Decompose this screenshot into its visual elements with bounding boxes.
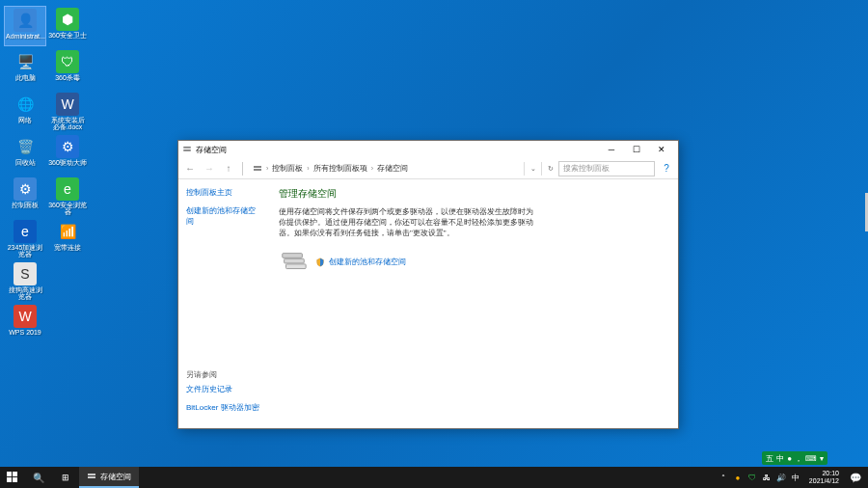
taskbar: 🔍 ⊞ 存储空间 ˄ ● 🛡 🖧 🔊 中 20:10 2021/4/12 💬: [0, 467, 868, 488]
desktop-icon-thispc[interactable]: 🖥️此电脑: [4, 48, 46, 89]
related-heading: 另请参阅: [186, 369, 259, 380]
storage-drives-icon: [279, 249, 308, 276]
tray-network-icon[interactable]: 🖧: [761, 472, 773, 483]
maximize-button[interactable]: ☐: [624, 142, 649, 157]
svg-rect-4: [283, 253, 303, 258]
search-input[interactable]: 搜索控制面板: [558, 161, 655, 176]
svg-rect-10: [13, 477, 17, 482]
desktop-icon-broadband[interactable]: 📶宽带连接: [46, 218, 89, 258]
address-dropdown[interactable]: ⌄: [524, 162, 537, 176]
shield-icon: [315, 258, 325, 267]
svg-rect-5: [285, 258, 305, 263]
tray-up-icon[interactable]: ˄: [718, 472, 729, 483]
desktop-icon-control[interactable]: ⚙控制面板: [4, 176, 46, 216]
app-icon: [182, 145, 192, 154]
ime-icon[interactable]: ●: [787, 454, 792, 463]
windows-icon: [7, 472, 18, 483]
start-button[interactable]: [0, 467, 25, 488]
svg-rect-11: [88, 474, 95, 475]
svg-rect-12: [88, 476, 95, 478]
storage-spaces-window: 存储空间 ─ ☐ ✕ ← → ↑ › 控制面板 › 所有控制面板项 › 存储空间…: [177, 140, 679, 429]
desktop-icon-admin[interactable]: 👤Administrat...: [4, 6, 46, 46]
svg-rect-0: [183, 147, 191, 149]
svg-rect-1: [183, 149, 191, 151]
back-button[interactable]: ←: [182, 161, 198, 176]
title-bar: 存储空间 ─ ☐ ✕: [178, 141, 678, 158]
desktop-icon-360browser[interactable]: e360安全浏览器: [46, 176, 89, 216]
sidebar-home[interactable]: 控制面板主页: [186, 187, 259, 198]
related-bitlocker[interactable]: BitLocker 驱动器加密: [186, 402, 259, 413]
breadcrumb-item[interactable]: 存储空间: [377, 163, 408, 174]
main-description: 使用存储空间将文件保存到两个或更多驱动器，以便在驱动器发生故障时为你提供保护。通…: [279, 206, 539, 239]
ime-soft[interactable]: ⌨: [805, 454, 817, 463]
ime-mode[interactable]: 五: [766, 453, 773, 464]
ime-menu[interactable]: ▾: [820, 454, 824, 463]
tray-360-icon[interactable]: ●: [732, 472, 744, 483]
related-filehistory[interactable]: 文件历史记录: [186, 384, 259, 394]
desktop-icon-wps[interactable]: WWPS 2019: [4, 303, 46, 343]
help-button[interactable]: ?: [659, 161, 674, 176]
desktop-icon-360av[interactable]: 🛡360杀毒: [46, 48, 89, 89]
search-button[interactable]: 🔍: [25, 467, 52, 488]
taskbar-app-storage[interactable]: 存储空间: [79, 467, 139, 488]
tray-volume-icon[interactable]: 🔊: [775, 472, 787, 483]
close-button[interactable]: ✕: [649, 142, 674, 157]
refresh-button[interactable]: ↻: [541, 162, 555, 176]
ime-lang[interactable]: 中: [776, 453, 784, 464]
svg-rect-2: [254, 166, 261, 168]
desktop-icon-recycle[interactable]: 🗑️回收站: [4, 133, 46, 174]
sidebar-create[interactable]: 创建新的池和存储空间: [186, 205, 259, 227]
svg-rect-6: [286, 263, 307, 268]
desktop-icon-2345[interactable]: e2345加速浏览器: [4, 218, 46, 258]
system-tray: ˄ ● 🛡 🖧 🔊 中 20:10 2021/4/12 💬: [718, 467, 868, 488]
up-button[interactable]: ↑: [221, 161, 236, 176]
desktop-icon-360safe[interactable]: ⬢360安全卫士: [46, 6, 89, 46]
ime-punct[interactable]: ，: [795, 453, 802, 464]
clock[interactable]: 20:10 2021/4/12: [805, 470, 843, 484]
svg-rect-3: [254, 169, 261, 171]
drives-icon: [87, 472, 96, 481]
desktop-icon-docx[interactable]: W系统安装后必备.docx: [46, 91, 89, 131]
drives-icon: [253, 164, 262, 174]
svg-rect-7: [7, 472, 12, 476]
svg-rect-9: [7, 477, 12, 482]
window-title: 存储空间: [196, 145, 599, 155]
tray-shield-icon[interactable]: 🛡: [746, 472, 758, 483]
desktop: 👤Administrat... ⬢360安全卫士 🖥️此电脑 🛡360杀毒 🌐网…: [4, 6, 89, 343]
sidebar: 控制面板主页 创建新的池和存储空间 另请参阅 文件历史记录 BitLocker …: [178, 179, 267, 428]
tray-ime-icon[interactable]: 中: [790, 472, 801, 483]
main-content: 管理存储空间 使用存储空间将文件保存到两个或更多驱动器，以便在驱动器发生故障时为…: [267, 179, 678, 428]
create-pool-link[interactable]: 创建新的池和存储空间: [315, 257, 406, 267]
main-heading: 管理存储空间: [279, 187, 666, 201]
svg-rect-8: [13, 472, 17, 476]
ime-toolbar[interactable]: 五 中 ● ， ⌨ ▾: [762, 451, 827, 465]
desktop-icon-network[interactable]: 🌐网络: [4, 91, 46, 131]
taskview-button[interactable]: ⊞: [52, 467, 79, 488]
nav-bar: ← → ↑ › 控制面板 › 所有控制面板项 › 存储空间 ⌄ ↻ 搜索控制面板…: [178, 158, 678, 179]
desktop-icon-sogou[interactable]: S搜狗高速浏览器: [4, 260, 46, 301]
desktop-icon-360driver[interactable]: ⚙360驱动大师: [46, 133, 89, 174]
forward-button[interactable]: →: [202, 161, 217, 176]
breadcrumb-item[interactable]: 控制面板: [272, 163, 303, 174]
address-bar[interactable]: › 控制面板 › 所有控制面板项 › 存储空间: [249, 163, 520, 174]
minimize-button[interactable]: ─: [599, 142, 624, 157]
breadcrumb-item[interactable]: 所有控制面板项: [313, 163, 367, 174]
notification-button[interactable]: 💬: [847, 467, 864, 488]
